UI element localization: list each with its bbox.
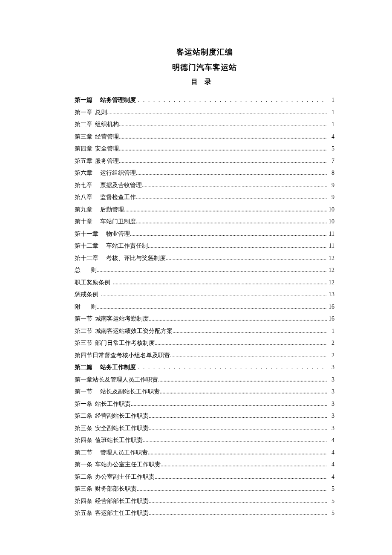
toc-dots <box>166 252 327 265</box>
toc-header: 目录 <box>75 78 334 87</box>
toc-text: 财务部部长职责 <box>95 483 137 495</box>
toc-page: 4 <box>327 131 334 143</box>
toc-dots <box>97 264 327 277</box>
toc-label: 第二节 <box>75 325 95 338</box>
toc-page: 1 <box>327 94 334 107</box>
toc-dots <box>173 325 327 338</box>
toc-dots <box>119 155 327 168</box>
toc-row: 第七章票据及营收管理9 <box>75 179 334 192</box>
toc-text: 考核、评比与奖惩制度 <box>101 252 166 265</box>
toc-row: 第一章站长及管理人员工作职责3 <box>75 374 334 386</box>
toc-dots <box>119 131 327 143</box>
toc-text: 安全管理 <box>95 143 119 155</box>
toc-dots <box>124 204 327 216</box>
toc-label: 第九章 <box>75 204 95 216</box>
toc-label: 第十二章 <box>75 252 101 265</box>
toc-label: 第二篇 <box>75 361 95 374</box>
toc-row: 第二条办公室副主任工作职责4 <box>75 471 334 483</box>
toc-row: 第十一章物业管理11 <box>75 228 334 240</box>
toc-label: 第一条 <box>75 459 95 471</box>
toc-row: 第一篇站务管理制度1 <box>75 94 334 107</box>
toc-dots <box>101 289 327 301</box>
toc-text: 站长工作职责 <box>95 398 131 410</box>
toc-label: 第四条 <box>75 495 95 508</box>
toc-label: 第一篇 <box>75 94 95 107</box>
toc-row: 附则16 <box>75 301 334 313</box>
toc-dots <box>149 495 327 508</box>
toc-page: 5 <box>327 483 334 495</box>
toc-text: 客运部主任工作职责 <box>95 507 149 520</box>
toc-row: 第四条值班站长工作职责4 <box>75 434 334 447</box>
toc-label: 第十二章 <box>75 240 101 252</box>
toc-dots <box>155 471 327 483</box>
toc-page: 1 <box>327 119 334 131</box>
toc-row: 第八章监督检查工作9 <box>75 191 334 204</box>
toc-text: 站长及管理人员工作职责 <box>92 374 158 386</box>
toc-page: 3 <box>327 374 334 386</box>
toc-text: 日常督查考核小组名单及职责 <box>92 350 170 362</box>
toc-label: 惩戒条例 <box>75 289 101 301</box>
toc-text: 城南客运站考勤制度 <box>95 313 149 325</box>
toc-page: 16 <box>327 301 334 313</box>
toc-row: 第一章总则1 <box>75 107 334 119</box>
toc-label: 第三条 <box>75 483 95 495</box>
toc-dots <box>113 277 327 289</box>
toc-row: 第十二章考核、评比与奖惩制度12 <box>75 252 334 265</box>
toc-label: 第二条 <box>75 410 95 422</box>
toc-dots <box>158 374 327 386</box>
toc-dots <box>149 313 327 325</box>
toc-dots <box>136 94 327 107</box>
toc-page: 13 <box>327 289 334 301</box>
toc-dots <box>148 447 327 459</box>
toc-page: 16 <box>327 313 334 325</box>
toc-label: 第四节 <box>75 350 92 362</box>
toc: 第一篇站务管理制度1第一章总则1第二章组织机构1第三章经营管理4第四章安全管理5… <box>75 94 334 520</box>
toc-dots <box>136 191 327 204</box>
toc-page: 11 <box>327 228 334 240</box>
toc-text: 城南客运站绩效工资分配方案 <box>95 325 173 338</box>
toc-label: 第三节 <box>75 337 95 350</box>
toc-row: 第一条车站办公室主任工作职责4 <box>75 459 334 471</box>
toc-row: 第四章安全管理5 <box>75 143 334 155</box>
toc-text: 后勤管理 <box>95 204 124 216</box>
toc-row: 第五章服务管理7 <box>75 155 334 168</box>
toc-text: 车站门卫制度 <box>95 216 136 228</box>
toc-text: 站务工作制度 <box>95 361 136 374</box>
toc-dots <box>161 459 327 471</box>
toc-text: 运行组织管理 <box>95 167 136 179</box>
toc-label: 第一章 <box>75 374 92 386</box>
toc-dots <box>143 434 327 447</box>
toc-page: 3 <box>327 361 334 374</box>
toc-row: 第三章经营管理4 <box>75 131 334 143</box>
toc-text: 服务管理 <box>95 155 119 168</box>
toc-row: 第四节日常督查考核小组名单及职责2 <box>75 350 334 362</box>
toc-dots <box>137 483 327 495</box>
toc-label: 第八章 <box>75 191 95 204</box>
toc-dots <box>131 398 327 410</box>
toc-text: 物业管理 <box>101 228 130 240</box>
toc-label: 第四条 <box>75 434 95 447</box>
toc-label: 附 <box>75 301 91 313</box>
toc-label: 第二条 <box>75 471 95 483</box>
toc-row: 第六章运行组织管理8 <box>75 167 334 179</box>
toc-text: 部门日常工作考核制度 <box>95 337 155 350</box>
toc-text: 车站办公室主任工作职责 <box>95 459 161 471</box>
toc-page: 12 <box>327 252 334 265</box>
toc-dots <box>107 107 327 119</box>
toc-label: 第十一章 <box>75 228 101 240</box>
title-block: 客运站制度汇编 明德门汽车客运站 目录 <box>75 47 334 87</box>
toc-text: 则 <box>91 301 97 313</box>
toc-label: 总 <box>75 264 91 277</box>
toc-dots <box>155 337 327 350</box>
toc-label: 第一章 <box>75 107 95 119</box>
toc-text: 车站工作责任制 <box>101 240 148 252</box>
toc-dots <box>149 507 327 520</box>
toc-row: 惩戒条例13 <box>75 289 334 301</box>
toc-label: 第一节 <box>75 386 95 398</box>
toc-page: 11 <box>327 240 334 252</box>
toc-dots <box>136 167 327 179</box>
toc-page: 10 <box>327 204 334 216</box>
toc-label: 第五章 <box>75 155 95 168</box>
toc-label: 第五条 <box>75 507 95 520</box>
toc-page: 3 <box>327 398 334 410</box>
